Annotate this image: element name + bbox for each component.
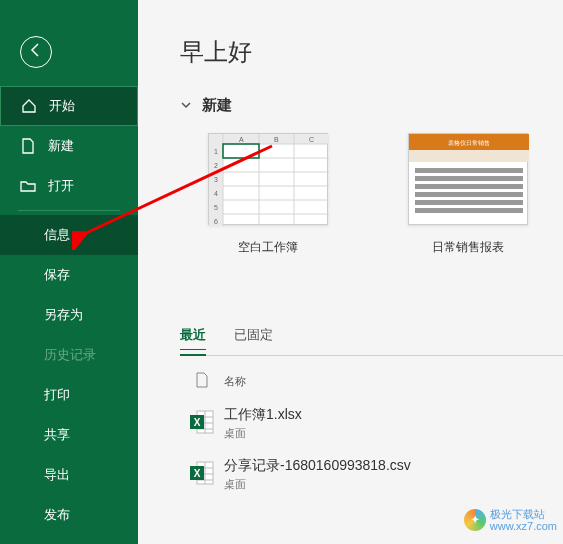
tab-pinned[interactable]: 已固定	[234, 320, 273, 356]
sidebar-item-save-as[interactable]: 另存为	[0, 295, 138, 335]
back-button[interactable]	[20, 36, 52, 68]
sidebar: 开始 新建 打开 信息 保存 另存为 历史记录 打印	[0, 0, 138, 544]
main-panel: 早上好 新建	[138, 0, 563, 544]
template-gallery: A B C 1 2 3 4 5 6 空白工作簿	[208, 133, 563, 256]
sidebar-item-label: 开始	[49, 97, 75, 115]
file-name: 分享记录-1680160993818.csv	[224, 457, 411, 475]
svg-text:1: 1	[214, 148, 218, 155]
tab-recent[interactable]: 最近	[180, 320, 206, 356]
template-thumbnail: 表格仪日常销售	[408, 133, 528, 225]
template-label: 日常销售报表	[432, 239, 504, 256]
sidebar-item-label: 导出	[44, 466, 70, 484]
sidebar-item-info[interactable]: 信息	[0, 215, 138, 255]
sidebar-item-publish[interactable]: 发布	[0, 495, 138, 535]
svg-rect-23	[415, 168, 523, 173]
sidebar-item-share[interactable]: 共享	[0, 415, 138, 455]
nav-list: 开始 新建 打开 信息 保存 另存为 历史记录 打印	[0, 86, 138, 535]
greeting-title: 早上好	[180, 36, 563, 68]
svg-rect-28	[415, 208, 523, 213]
svg-rect-25	[415, 184, 523, 189]
file-generic-icon	[195, 372, 209, 390]
sidebar-item-label: 共享	[44, 426, 70, 444]
svg-text:4: 4	[214, 190, 218, 197]
sidebar-item-label: 打开	[48, 177, 74, 195]
divider	[18, 210, 120, 211]
svg-rect-24	[415, 176, 523, 181]
file-name: 工作簿1.xlsx	[224, 406, 302, 424]
watermark: ✦ 极光下载站 www.xz7.com	[464, 508, 557, 532]
new-section-toggle[interactable]: 新建	[180, 96, 563, 115]
file-location: 桌面	[224, 426, 302, 441]
svg-rect-27	[415, 200, 523, 205]
sidebar-item-open[interactable]: 打开	[0, 166, 138, 206]
sidebar-item-new[interactable]: 新建	[0, 126, 138, 166]
excel-file-icon: X	[189, 460, 215, 490]
svg-text:X: X	[194, 468, 201, 479]
svg-rect-22	[409, 150, 529, 162]
sidebar-item-export[interactable]: 导出	[0, 455, 138, 495]
svg-text:表格仪日常销售: 表格仪日常销售	[448, 140, 490, 146]
file-list-header: 名称	[180, 372, 563, 390]
svg-text:6: 6	[214, 218, 218, 225]
file-list: X 工作簿1.xlsx 桌面 X	[180, 398, 563, 500]
svg-text:3: 3	[214, 176, 218, 183]
new-section-label: 新建	[202, 96, 232, 115]
sidebar-item-label: 信息	[44, 226, 70, 244]
sidebar-item-label: 发布	[44, 506, 70, 524]
watermark-line1: 极光下载站	[490, 508, 557, 520]
sidebar-item-save[interactable]: 保存	[0, 255, 138, 295]
template-label: 空白工作簿	[238, 239, 298, 256]
file-location: 桌面	[224, 477, 411, 492]
svg-text:X: X	[194, 417, 201, 428]
file-row[interactable]: X 分享记录-1680160993818.csv 桌面	[180, 449, 563, 500]
sidebar-item-start[interactable]: 开始	[0, 86, 138, 126]
svg-text:2: 2	[214, 162, 218, 169]
sidebar-item-label: 历史记录	[44, 346, 96, 364]
template-blank-workbook[interactable]: A B C 1 2 3 4 5 6 空白工作簿	[208, 133, 328, 256]
sidebar-item-print[interactable]: 打印	[0, 375, 138, 415]
file-tabs: 最近 已固定	[180, 320, 563, 356]
watermark-line2: www.xz7.com	[490, 520, 557, 532]
watermark-logo-icon: ✦	[464, 509, 486, 531]
arrow-left-icon	[28, 42, 44, 62]
open-folder-icon	[20, 178, 38, 194]
sidebar-item-label: 保存	[44, 266, 70, 284]
excel-file-icon: X	[189, 409, 215, 439]
svg-text:A: A	[239, 136, 244, 143]
file-row[interactable]: X 工作簿1.xlsx 桌面	[180, 398, 563, 449]
sidebar-item-history: 历史记录	[0, 335, 138, 375]
svg-text:C: C	[309, 136, 314, 143]
new-file-icon	[20, 138, 38, 154]
sidebar-item-label: 另存为	[44, 306, 83, 324]
chevron-down-icon	[180, 97, 192, 115]
template-thumbnail: A B C 1 2 3 4 5 6	[208, 133, 328, 225]
sidebar-item-label: 打印	[44, 386, 70, 404]
svg-rect-26	[415, 192, 523, 197]
sidebar-item-label: 新建	[48, 137, 74, 155]
svg-text:B: B	[274, 136, 279, 143]
home-icon	[21, 98, 39, 114]
column-header-name: 名称	[224, 374, 246, 389]
template-daily-sales[interactable]: 表格仪日常销售 日常销售报表	[408, 133, 528, 256]
svg-rect-11	[223, 144, 259, 158]
svg-text:5: 5	[214, 204, 218, 211]
